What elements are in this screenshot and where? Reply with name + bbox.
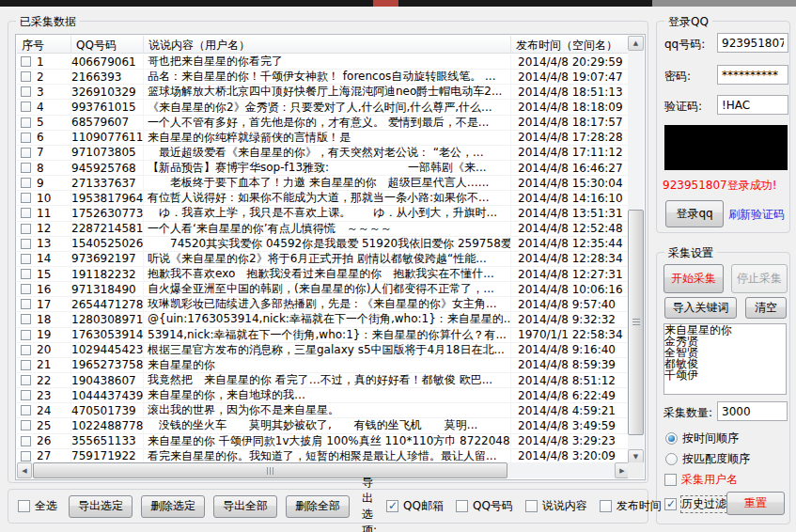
- select-all-checkbox[interactable]: [18, 500, 30, 512]
- row-checkbox[interactable]: [21, 284, 31, 294]
- clear-keywords-button[interactable]: 清空: [745, 297, 787, 319]
- scroll-left-icon[interactable]: ◀: [17, 462, 32, 478]
- row-checkbox[interactable]: [21, 224, 31, 234]
- row-checkbox[interactable]: [21, 178, 31, 188]
- table-row[interactable]: 201029445423根据三星官方发布的消息称，三星galaxy s5中国版将…: [17, 343, 630, 358]
- select-all-option[interactable]: 全选: [18, 498, 57, 514]
- table-row[interactable]: 122287214581一个人看‘来自星星的你’有点儿慎得慌 ～～～～2014/…: [17, 222, 630, 237]
- delete-all-button[interactable]: 删除全部: [286, 495, 350, 518]
- row-checkbox[interactable]: [21, 436, 31, 446]
- vertical-scroll-thumb[interactable]: [628, 210, 644, 435]
- start-collect-button[interactable]: 开始采集: [663, 264, 724, 293]
- collect-count-input[interactable]: [717, 401, 788, 421]
- refresh-captcha-link[interactable]: 刷新验证码: [728, 207, 785, 223]
- table-row[interactable]: 15191182232抱歉我不喜欢exo 抱歉我没看过来自星星的你 抱歉我实在不…: [17, 267, 630, 282]
- row-checkbox[interactable]: [21, 375, 31, 385]
- history-filter-checkbox[interactable]: [664, 498, 677, 510]
- horizontal-scrollbar[interactable]: ◀ ▶: [17, 462, 630, 478]
- table-row[interactable]: 231044437439来自星星的你，来自地球的我…2014/4/8 6:22:…: [17, 388, 630, 403]
- table-row[interactable]: 111752630773 ゆ．我喜欢上学，我只是不喜欢上课。 ゆ．从小到大，升旗…: [17, 206, 630, 221]
- table-row[interactable]: 24470501739滚出我的世界，因为你不是来自星星。2014/4/8 4:5…: [17, 403, 630, 418]
- order-by-time-option[interactable]: 按时间顺序: [665, 430, 739, 446]
- table-row[interactable]: 19176305391453914,nick:幸福就在下一个街角,who:1}：…: [17, 328, 630, 343]
- row-checkbox[interactable]: [21, 133, 31, 143]
- table-row[interactable]: 22166393品名：来自星星的你！千颂伊女神款！ forencos自动旋转眼线…: [17, 70, 630, 85]
- column-header-time[interactable]: 发布时间（空间名）: [511, 36, 630, 53]
- row-checkbox[interactable]: [21, 56, 31, 67]
- delete-selected-button[interactable]: 删除选定: [141, 495, 205, 518]
- row-checkbox[interactable]: [21, 239, 31, 249]
- row-checkbox[interactable]: [21, 254, 31, 264]
- qq-number-input[interactable]: [717, 33, 788, 53]
- table-row[interactable]: 9271337637 老板终于要下血本了！力邀 来自星星的你 超级巨星代言人….…: [17, 176, 630, 191]
- table-row[interactable]: 8945925768【新品预告】赛博宇华sop-f13雅致: 一部韩剧《来...…: [17, 161, 630, 176]
- row-checkbox[interactable]: [21, 102, 31, 112]
- row-checkbox[interactable]: [21, 405, 31, 415]
- table-row[interactable]: 14973692197听说《来自星星的你2》将于6月正式开拍 剧情以都敏俊跨越“…: [17, 252, 630, 267]
- horizontal-scroll-thumb[interactable]: [33, 462, 507, 478]
- row-checkbox[interactable]: [21, 117, 31, 128]
- export-option-time[interactable]: 发布时间: [600, 498, 662, 514]
- row-checkbox[interactable]: [21, 390, 31, 400]
- table-row[interactable]: 211965273758来自星星的你2014/4/8 8:59:39: [17, 358, 630, 373]
- collect-username-option[interactable]: 采集用户名: [664, 472, 738, 488]
- keywords-textarea[interactable]: [663, 323, 787, 395]
- row-index-cell: 14: [17, 252, 71, 267]
- row-checkbox[interactable]: [21, 193, 31, 203]
- row-qq-number: 945925768: [71, 161, 144, 176]
- captcha-input[interactable]: [717, 95, 788, 115]
- row-checkbox[interactable]: [21, 163, 31, 173]
- table-row[interactable]: 1406679061哥也把来自星星的你看完了2014/4/8 20:29:59: [17, 55, 630, 70]
- column-header-index[interactable]: 序号: [17, 36, 71, 53]
- column-header-qq[interactable]: QQ号码: [71, 36, 144, 53]
- table-row[interactable]: 568579607一个人不管有多好，首先他是你的，才有意义。 爱情到最后，不是.…: [17, 116, 630, 131]
- export-selected-button[interactable]: 导出选定: [69, 495, 133, 518]
- column-header-content[interactable]: 说说内容（用户名）: [144, 36, 511, 53]
- table-row[interactable]: 4993761015《来自星星的你2》金秀贤：只要爱对了人,什么时间,什么尊严,…: [17, 100, 630, 115]
- export-all-button[interactable]: 导出全部: [213, 495, 277, 518]
- captcha-image[interactable]: [664, 125, 788, 170]
- row-checkbox[interactable]: [21, 451, 31, 462]
- time-checkbox[interactable]: [600, 500, 612, 512]
- row-checkbox[interactable]: [21, 86, 31, 97]
- table-row[interactable]: 61109077611来自星星的你纯粹就绿箭侠的言情版！是2014/4/8 17…: [17, 131, 630, 146]
- row-checkbox[interactable]: [21, 360, 31, 370]
- scroll-up-icon[interactable]: ▲: [628, 36, 644, 51]
- table-row[interactable]: 16971318490自火爆全亚洲至中国的韩剧，(来自星星的你)人们都变得不正常…: [17, 282, 630, 297]
- export-option-qq-number[interactable]: QQ号码: [456, 498, 513, 514]
- login-button[interactable]: 登录qq: [665, 200, 724, 227]
- content-checkbox[interactable]: [525, 500, 538, 512]
- table-row[interactable]: 7971073805 最近超级爱看《来自星星的你》，有天突然对老公说： “老公，…: [17, 146, 630, 161]
- table-row[interactable]: 172654471278玫琳凯彩妆已陆续进入多部热播剧，先是：《来自星星的你》女…: [17, 297, 630, 312]
- row-checkbox[interactable]: [21, 208, 31, 218]
- row-checkbox[interactable]: [21, 330, 31, 340]
- table-row[interactable]: 131540525026 74520其实我爱你 04592你是我最爱 51920…: [17, 237, 630, 252]
- history-filter-option[interactable]: 历史过滤: [664, 496, 726, 512]
- row-checkbox[interactable]: [21, 71, 31, 82]
- order-by-match-radio[interactable]: [665, 453, 678, 465]
- table-row[interactable]: 251022488778 没钱的坐火车 莫明其妙被砍了, 有钱的坐飞机 莫明..…: [17, 418, 630, 433]
- table-row[interactable]: 181280308971@{uin:1763053914,nick:幸福就在下一…: [17, 312, 630, 327]
- password-input[interactable]: [717, 65, 788, 85]
- collect-username-checkbox[interactable]: [664, 474, 677, 486]
- row-checkbox[interactable]: [21, 299, 31, 309]
- table-row[interactable]: 22190438607我竟然把 来自星星的你 看完了…不过，真的好好看！都敏俊 …: [17, 373, 630, 388]
- export-option-qq-mail[interactable]: QQ邮箱: [386, 498, 444, 514]
- vertical-scrollbar[interactable]: ▲ ▼: [628, 36, 644, 464]
- row-checkbox[interactable]: [21, 314, 31, 324]
- import-keywords-button[interactable]: 导入关键词: [664, 297, 737, 319]
- table-row[interactable]: 3326910329篮球场解放大桥北京四中顶好快餐厅上海混沌阿迪neo爵士帽电动…: [17, 85, 630, 100]
- qq-mail-checkbox[interactable]: [386, 500, 398, 512]
- order-by-time-radio[interactable]: [665, 432, 678, 445]
- row-checkbox[interactable]: [21, 148, 31, 158]
- row-checkbox[interactable]: [21, 345, 31, 355]
- table-row[interactable]: 101953817964有位哲人说得好：如果你不能成为大道，那就当一条小路:如果…: [17, 191, 630, 206]
- stop-collect-button[interactable]: 停止采集: [731, 264, 788, 293]
- order-by-match-option[interactable]: 按匹配度顺序: [665, 451, 750, 467]
- table-row[interactable]: 26355651133来自星星的你 千颂伊同款1v大披肩 100%真丝 110*…: [17, 434, 630, 449]
- qq-number-checkbox[interactable]: [456, 500, 468, 512]
- row-checkbox[interactable]: [21, 420, 31, 430]
- reset-button[interactable]: 重置: [726, 492, 785, 515]
- row-checkbox[interactable]: [21, 269, 31, 279]
- export-option-content[interactable]: 说说内容: [525, 498, 587, 514]
